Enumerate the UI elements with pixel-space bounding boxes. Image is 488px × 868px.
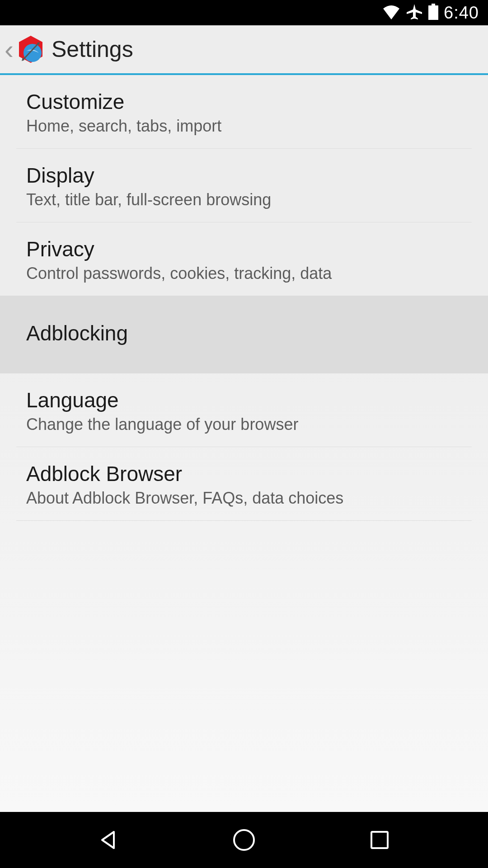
battery-icon <box>428 4 438 22</box>
status-bar: 6:40 <box>0 0 488 25</box>
status-time: 6:40 <box>444 3 479 23</box>
nav-bar <box>0 812 488 868</box>
item-subtitle: Home, search, tabs, import <box>26 117 462 136</box>
back-chevron-icon[interactable]: ‹ <box>5 34 14 65</box>
app-content: ‹ Settings Customize Home, search, tabs,… <box>0 25 488 812</box>
settings-item-adblocking[interactable]: Adblocking <box>0 296 488 373</box>
item-title: Customize <box>26 90 462 114</box>
item-title: Privacy <box>26 237 462 261</box>
svg-rect-1 <box>428 5 438 20</box>
settings-item-privacy[interactable]: Privacy Control passwords, cookies, trac… <box>16 222 472 296</box>
app-header[interactable]: ‹ Settings <box>0 25 488 75</box>
item-subtitle: About Adblock Browser, FAQs, data choice… <box>26 489 462 508</box>
airplane-icon <box>406 3 423 22</box>
settings-list: Customize Home, search, tabs, import Dis… <box>0 75 488 521</box>
item-title: Language <box>26 388 462 412</box>
settings-item-display[interactable]: Display Text, title bar, full-screen bro… <box>16 149 472 222</box>
settings-item-adblock-browser[interactable]: Adblock Browser About Adblock Browser, F… <box>16 447 472 521</box>
svg-rect-0 <box>432 4 435 5</box>
nav-home-button[interactable] <box>230 826 258 854</box>
status-icons: 6:40 <box>382 3 479 23</box>
item-subtitle: Change the language of your browser <box>26 415 462 434</box>
item-subtitle: Text, title bar, full-screen browsing <box>26 190 462 209</box>
item-subtitle: Control passwords, cookies, tracking, da… <box>26 264 462 283</box>
item-title: Display <box>26 163 462 188</box>
item-title: Adblocking <box>26 321 462 345</box>
wifi-icon <box>382 4 400 21</box>
svg-rect-7 <box>371 832 388 848</box>
nav-recent-button[interactable] <box>366 826 393 854</box>
nav-back-button[interactable] <box>95 826 122 854</box>
settings-item-language[interactable]: Language Change the language of your bro… <box>16 373 472 447</box>
item-title: Adblock Browser <box>26 462 462 486</box>
settings-item-customize[interactable]: Customize Home, search, tabs, import <box>16 75 472 149</box>
app-icon <box>15 34 46 65</box>
svg-point-6 <box>234 830 254 850</box>
page-title: Settings <box>52 36 133 62</box>
